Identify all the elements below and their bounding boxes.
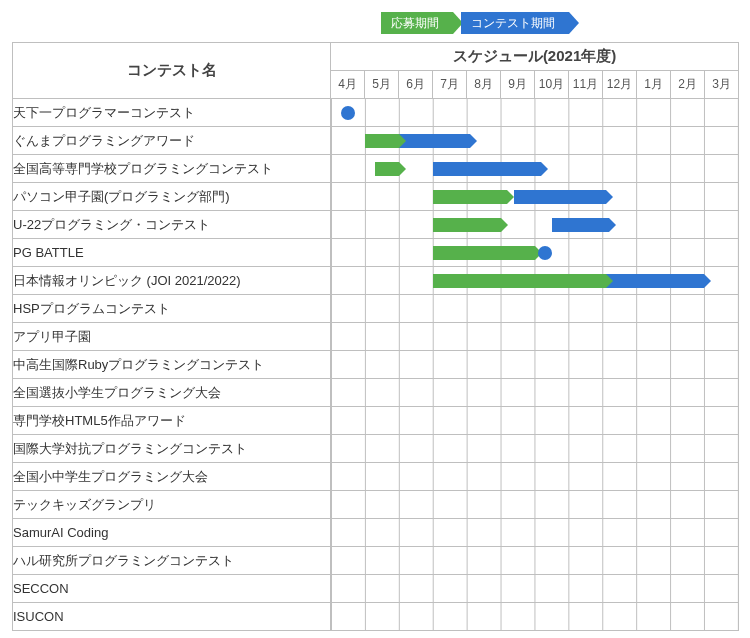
contest-name: 全国小中学生プログラミング大会	[13, 463, 331, 491]
contest-name: パソコン甲子園(プログラミング部門)	[13, 183, 331, 211]
table-row: HSPプログラムコンテスト	[13, 295, 739, 323]
event-dot	[538, 246, 552, 260]
contest-name: ぐんまプログラミングアワード	[13, 127, 331, 155]
event-dot	[341, 106, 355, 120]
table-row: 専門学校HTML5作品アワード	[13, 407, 739, 435]
table-row: 中高生国際Rubyプログラミングコンテスト	[13, 351, 739, 379]
table-row: 国際大学対抗プログラミングコンテスト	[13, 435, 739, 463]
gantt-container: 応募期間 コンテスト期間 コンテスト名 スケジュール(2021年度) 4月5月6…	[12, 12, 738, 631]
table-row: PG BATTLE	[13, 239, 739, 267]
table-row: パソコン甲子園(プログラミング部門)	[13, 183, 739, 211]
timeline-cell	[331, 239, 739, 267]
table-row: 全国高等専門学校プログラミングコンテスト	[13, 155, 739, 183]
contest-name: 日本情報オリンピック (JOI 2021/2022)	[13, 267, 331, 295]
header-month: 12月	[603, 71, 637, 99]
timeline-cell	[331, 295, 739, 323]
header-month: 10月	[535, 71, 569, 99]
legend-apply: 応募期間	[381, 12, 453, 34]
table-row: ハル研究所プログラミングコンテスト	[13, 547, 739, 575]
contest-name: SamurAI Coding	[13, 519, 331, 547]
apply-bar	[365, 134, 399, 148]
table-row: 全国小中学生プログラミング大会	[13, 463, 739, 491]
contest-name: HSPプログラムコンテスト	[13, 295, 331, 323]
header-month: 6月	[399, 71, 433, 99]
table-row: ISUCON	[13, 603, 739, 631]
timeline-cell	[331, 211, 739, 239]
contest-name: 全国選抜小学生プログラミング大会	[13, 379, 331, 407]
header-month: 9月	[501, 71, 535, 99]
header-month: 5月	[365, 71, 399, 99]
header-month: 1月	[637, 71, 671, 99]
table-row: U-22プログラミング・コンテスト	[13, 211, 739, 239]
header-month: 11月	[569, 71, 603, 99]
timeline-cell	[331, 183, 739, 211]
table-row: SECCON	[13, 575, 739, 603]
contest-name: 国際大学対抗プログラミングコンテスト	[13, 435, 331, 463]
apply-bar	[433, 246, 535, 260]
header-month: 7月	[433, 71, 467, 99]
apply-bar	[433, 218, 501, 232]
contest-bar	[606, 274, 704, 288]
timeline-cell	[331, 407, 739, 435]
header-name: コンテスト名	[13, 43, 331, 99]
timeline-cell	[331, 155, 739, 183]
timeline-cell	[331, 491, 739, 519]
contest-name: U-22プログラミング・コンテスト	[13, 211, 331, 239]
table-row: 天下一プログラマーコンテスト	[13, 99, 739, 127]
header-month: 2月	[671, 71, 705, 99]
apply-bar	[433, 190, 508, 204]
table-row: テックキッズグランプリ	[13, 491, 739, 519]
timeline-cell	[331, 603, 739, 631]
header-month: 4月	[331, 71, 365, 99]
timeline-cell	[331, 351, 739, 379]
contest-bar	[399, 134, 470, 148]
contest-bar	[433, 162, 542, 176]
contest-name: 中高生国際Rubyプログラミングコンテスト	[13, 351, 331, 379]
contest-name: 全国高等専門学校プログラミングコンテスト	[13, 155, 331, 183]
timeline-cell	[331, 463, 739, 491]
timeline-cell	[331, 267, 739, 295]
legend-contest: コンテスト期間	[461, 12, 569, 34]
contest-name: アプリ甲子園	[13, 323, 331, 351]
header-schedule: スケジュール(2021年度)	[331, 43, 739, 71]
apply-bar	[375, 162, 399, 176]
timeline-cell	[331, 435, 739, 463]
gantt-table: コンテスト名 スケジュール(2021年度) 4月5月6月7月8月9月10月11月…	[12, 42, 739, 631]
contest-bar	[552, 218, 610, 232]
table-row: SamurAI Coding	[13, 519, 739, 547]
header-month: 8月	[467, 71, 501, 99]
timeline-cell	[331, 99, 739, 127]
contest-name: テックキッズグランプリ	[13, 491, 331, 519]
timeline-cell	[331, 323, 739, 351]
timeline-cell	[331, 379, 739, 407]
table-row: 日本情報オリンピック (JOI 2021/2022)	[13, 267, 739, 295]
header-month: 3月	[705, 71, 739, 99]
timeline-cell	[331, 575, 739, 603]
table-row: ぐんまプログラミングアワード	[13, 127, 739, 155]
timeline-cell	[331, 519, 739, 547]
timeline-cell	[331, 547, 739, 575]
contest-name: 天下一プログラマーコンテスト	[13, 99, 331, 127]
contest-name: PG BATTLE	[13, 239, 331, 267]
timeline-cell	[331, 127, 739, 155]
contest-bar	[514, 190, 606, 204]
contest-name: ISUCON	[13, 603, 331, 631]
apply-bar	[433, 274, 606, 288]
legend: 応募期間 コンテスト期間	[12, 12, 738, 34]
contest-name: SECCON	[13, 575, 331, 603]
table-row: 全国選抜小学生プログラミング大会	[13, 379, 739, 407]
table-row: アプリ甲子園	[13, 323, 739, 351]
contest-name: ハル研究所プログラミングコンテスト	[13, 547, 331, 575]
contest-name: 専門学校HTML5作品アワード	[13, 407, 331, 435]
